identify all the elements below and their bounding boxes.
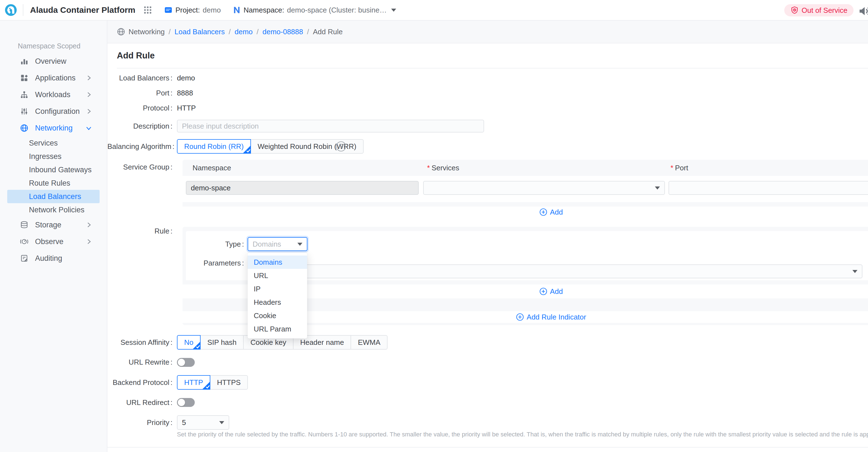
column-header-namespace: Namespace [192, 164, 231, 172]
breadcrumb: Networking / Load Balancers / demo / dem… [107, 21, 868, 43]
url-redirect-label: URL Redirect: [107, 398, 173, 406]
status-badge-label: Out of Service [802, 6, 847, 15]
port-select[interactable] [669, 181, 868, 195]
add-parameter-button[interactable]: Add [539, 287, 563, 296]
breadcrumb-separator: / [307, 28, 309, 36]
sidebar-item-applications[interactable]: Applications [0, 69, 107, 86]
sidebar-item-label: Auditing [35, 254, 62, 263]
sidebar-item-label: Applications [35, 74, 76, 82]
service-group-panel: Namespace *Services *Port demo-space Add [183, 160, 868, 218]
namespace-selector[interactable]: Namespace: demo-space (Cluster: busine… [232, 6, 396, 14]
sidebar-item-route-rules[interactable]: Route Rules [0, 177, 107, 190]
selected-check-icon [202, 381, 210, 390]
sidebar-item-networking[interactable]: Networking [0, 120, 107, 137]
add-rule-indicator-button[interactable]: Add Rule Indicator [516, 313, 586, 322]
caret-down-icon [219, 421, 224, 424]
sidebar-item-workloads[interactable]: Workloads [0, 86, 107, 103]
app-switcher-icon[interactable] [143, 5, 152, 15]
dropdown-option-url[interactable]: URL [248, 269, 307, 282]
sidebar-item-network-policies[interactable]: Network Policies [0, 203, 107, 216]
rule-type-dropdown-menu: Domains URL IP Headers Cookie URL Param [248, 253, 307, 338]
sidebar-item-label: Configuration [35, 107, 80, 116]
sidebar-item-ingresses[interactable]: Ingresses [0, 150, 107, 163]
session-affinity-option-ewma[interactable]: EWMA [350, 335, 388, 350]
url-rewrite-toggle[interactable] [177, 358, 195, 367]
dropdown-option-url-param[interactable]: URL Param [248, 322, 307, 336]
sidebar-item-storage[interactable]: Storage [0, 216, 107, 233]
breadcrumb-link-demo[interactable]: demo [235, 28, 253, 36]
sliders-icon [20, 107, 28, 116]
balancing-algorithm-group: Round Robin (RR) Weighted Round Robin (W… [177, 139, 364, 154]
port-label: Port: [107, 89, 173, 97]
priority-help-text: Set the priority of the rule selected by… [177, 431, 868, 438]
main-content: Add Rule Load Balancers: demo Port: 8888… [107, 43, 868, 452]
dropdown-option-headers[interactable]: Headers [248, 296, 307, 309]
rule-parameters-label: Parameters: [183, 259, 244, 267]
url-redirect-toggle[interactable] [177, 398, 195, 407]
sidebar-section-label: Namespace Scoped [0, 39, 107, 53]
divider [107, 447, 868, 448]
services-select[interactable] [423, 181, 665, 195]
help-icon[interactable]: ? [336, 141, 346, 151]
announcement-speaker-icon[interactable] [859, 6, 868, 17]
breadcrumb-item-add-rule: Add Rule [313, 28, 343, 36]
balancing-option-rr[interactable]: Round Robin (RR) [177, 139, 251, 154]
balancing-algorithm-label: Balancing Algorithm: [107, 142, 173, 151]
project-value: demo [203, 6, 221, 14]
selected-check-icon [243, 145, 251, 154]
sidebar-item-overview[interactable]: Overview [0, 53, 107, 69]
breadcrumb-link-demo-08888[interactable]: demo-08888 [262, 28, 303, 36]
bar-chart-icon [20, 57, 28, 65]
load-balancers-label: Load Balancers: [107, 74, 173, 82]
sidebar-item-label: Overview [35, 57, 66, 66]
breadcrumb-link-load-balancers[interactable]: Load Balancers [175, 28, 225, 36]
session-affinity-option-sip-hash[interactable]: SIP hash [200, 335, 244, 350]
chevron-right-icon [85, 91, 92, 98]
chevron-right-icon [85, 221, 92, 229]
selected-check-icon [192, 341, 200, 350]
sidebar-item-label: Networking [35, 124, 72, 132]
divider [117, 68, 868, 68]
sidebar-item-services[interactable]: Services [0, 137, 107, 150]
service-group-add-row: Add [183, 207, 868, 218]
required-marker: * [671, 164, 673, 172]
status-badge[interactable]: Out of Service [784, 4, 854, 17]
sidebar-item-auditing[interactable]: Auditing [0, 250, 107, 267]
column-header-services: *Services [427, 164, 459, 172]
chevron-right-icon [85, 238, 92, 245]
database-icon [20, 221, 28, 229]
rule-label: Rule: [107, 227, 173, 235]
priority-label: Priority: [107, 418, 173, 427]
description-input[interactable] [177, 120, 484, 132]
add-service-button[interactable]: Add [539, 208, 563, 216]
project-selector[interactable]: Project: demo [164, 6, 221, 14]
sidebar-item-label: Workloads [35, 90, 70, 99]
dropdown-option-cookie[interactable]: Cookie [248, 309, 307, 322]
sidebar-item-load-balancers[interactable]: Load Balancers [7, 190, 100, 203]
rule-parameters-select[interactable] [248, 264, 862, 278]
sidebar-item-observe[interactable]: Observe [0, 233, 107, 250]
page-title: Add Rule [117, 51, 155, 61]
rule-type-select[interactable]: Domains [248, 237, 307, 251]
workloads-icon [20, 90, 28, 99]
balancing-option-wrr[interactable]: Weighted Round Robin (WRR) [250, 139, 364, 154]
priority-select[interactable]: 5 [177, 415, 229, 430]
session-affinity-label: Session Affinity: [107, 338, 173, 346]
header-divider [23, 4, 23, 16]
project-icon [164, 6, 173, 14]
backend-protocol-option-http[interactable]: HTTP [177, 375, 210, 390]
backend-protocol-label: Backend Protocol: [107, 378, 173, 387]
sidebar-item-configuration[interactable]: Configuration [0, 103, 107, 120]
chevron-down-icon [391, 9, 396, 12]
rule-type-placeholder: Domains [253, 240, 281, 248]
protocol-label: Protocol: [107, 104, 173, 112]
backend-protocol-option-https[interactable]: HTTPS [210, 375, 248, 390]
rule-type-label: Type: [183, 240, 244, 248]
sidebar: Namespace Scoped Overview Applications [0, 21, 107, 452]
dropdown-option-domains[interactable]: Domains [248, 255, 307, 269]
sidebar-item-inbound-gateways[interactable]: Inbound Gateways [0, 163, 107, 177]
dropdown-option-ip[interactable]: IP [248, 282, 307, 296]
audit-icon [20, 254, 28, 263]
session-affinity-option-no[interactable]: No [177, 335, 200, 350]
namespace-label: Namespace: [244, 6, 284, 14]
